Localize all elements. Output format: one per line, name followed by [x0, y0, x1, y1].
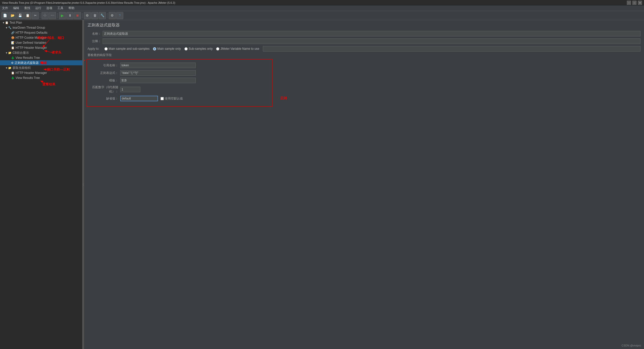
- tree-item-user-vars[interactable]: 📝 User Defined Variables: [0, 40, 82, 45]
- template-input[interactable]: [120, 78, 196, 83]
- save-button[interactable]: 💾: [17, 12, 24, 19]
- open-button[interactable]: 📂: [9, 12, 16, 19]
- toolbar-separator-2: [57, 13, 58, 18]
- teardown-icon: 🔧: [8, 26, 12, 29]
- jmeter-var-input[interactable]: [263, 46, 640, 52]
- apply-to-label: Apply to:: [88, 47, 99, 51]
- tree-item-view-results-2[interactable]: 🌲 View Results Tree: [0, 75, 82, 80]
- default-row: 缺省值： 使用空默认值: [90, 96, 269, 101]
- tree-item-header-manager-1[interactable]: 📋 HTTP Header Manager: [0, 45, 82, 50]
- view-results-icon-1: 🌲: [11, 56, 15, 60]
- radio-sub-only[interactable]: [184, 47, 188, 51]
- stop-button[interactable]: ⏹: [74, 12, 81, 19]
- config-button[interactable]: ⚙: [109, 12, 116, 19]
- tree-item-http-defaults[interactable]: 🔗 HTTP Request Defaults: [0, 30, 82, 35]
- tree-item-header-manager-2[interactable]: 📋 HTTP Header Manager: [0, 70, 82, 75]
- expand-icon[interactable]: ▼: [5, 52, 8, 54]
- pause-button[interactable]: ⏸: [66, 12, 73, 19]
- radio-jmeter-var[interactable]: [216, 47, 219, 51]
- clear-button[interactable]: 🗑: [91, 12, 98, 19]
- menu-run[interactable]: 运行: [34, 6, 42, 11]
- header-icon-1: 📋: [11, 46, 15, 49]
- default-input[interactable]: [120, 96, 158, 101]
- expand-icon[interactable]: ▼: [5, 26, 8, 29]
- expand-icon[interactable]: ▼: [5, 67, 8, 69]
- close-button[interactable]: ✕: [638, 1, 642, 5]
- menu-edit[interactable]: 编辑: [12, 6, 20, 11]
- tree-item-teardown[interactable]: ▼ 🔧 tearDown Thread Group: [0, 25, 82, 30]
- tree-item-label: tearDown Thread Group: [13, 26, 45, 29]
- default-value-row: 使用空默认值: [120, 96, 183, 101]
- default-label: 缺省值：: [90, 96, 120, 101]
- menu-find[interactable]: 查找: [23, 6, 31, 11]
- expand-icon[interactable]: ▼: [2, 21, 5, 24]
- template-label: 模板：: [90, 78, 120, 83]
- menu-file[interactable]: 文件: [1, 6, 9, 11]
- tree-item-test-plan[interactable]: ▼ 📋 Test Plan: [0, 20, 82, 25]
- remote-button[interactable]: 🔧: [99, 12, 106, 19]
- tree-item-cookie-manager[interactable]: 🍪 HTTP Cookie Manager: [0, 35, 82, 40]
- match-no-label: 匹配数字（0代表随机）：: [90, 85, 120, 94]
- window-title: View Results Tree.jmx (D:\Program Files\…: [2, 1, 175, 4]
- tree-item-get-org[interactable]: ▼ 📁 获取当前组织: [0, 65, 82, 70]
- regex-label: 正则表达式：: [90, 71, 120, 75]
- use-default-checkbox[interactable]: [160, 97, 164, 100]
- apply-main-only[interactable]: Main sample only: [153, 47, 181, 51]
- help-button[interactable]: ?: [116, 12, 123, 19]
- svg-line-5: [84, 60, 85, 69]
- apply-main-sub-label: Main sample and sub-samples: [109, 47, 150, 51]
- new-button[interactable]: 📄: [2, 12, 9, 19]
- annotation-view: 查看结果: [42, 82, 55, 87]
- cut-button[interactable]: ✂: [32, 12, 39, 19]
- cb-group-icon: 📁: [8, 51, 12, 55]
- add-button[interactable]: ➕: [42, 12, 49, 19]
- comment-input[interactable]: [103, 38, 640, 44]
- tree-item-regex-extractor[interactable]: ⚙ 正则表达式提取器: [0, 60, 82, 65]
- left-panel: ▼ 📋 Test Plan ▼ 🔧 tearDown Thread Group …: [0, 20, 83, 349]
- annotation-regex: 正则: [280, 96, 287, 101]
- use-default-label[interactable]: 使用空默认值: [160, 96, 183, 101]
- tree-item-label: HTTP Header Manager: [16, 46, 47, 49]
- apply-jmeter-var[interactable]: JMeter Variable Name to use: [216, 47, 259, 51]
- apply-sub-only[interactable]: Sub-samples only: [184, 47, 213, 51]
- tree-item-label: 获取当前组织: [13, 66, 31, 70]
- apply-to-row: Apply to: Main sample and sub-samples Ma…: [88, 46, 640, 52]
- radio-main-sub[interactable]: [104, 47, 108, 51]
- window-controls[interactable]: ─ □ ✕: [627, 1, 642, 5]
- title-bar: View Results Tree.jmx (D:\Program Files\…: [0, 0, 644, 6]
- menu-options[interactable]: 选项: [45, 6, 53, 11]
- header-icon-2: 📋: [11, 71, 15, 75]
- field-label: 要检查的响应字段: [88, 53, 640, 57]
- minimize-button[interactable]: ─: [627, 1, 631, 5]
- tree-item-cb-group[interactable]: ▼ 📁 CB前台显示: [0, 50, 82, 55]
- ref-name-input[interactable]: [120, 63, 196, 68]
- menu-tools[interactable]: 工具: [56, 6, 64, 11]
- tree-item-label: Test Plan: [10, 21, 22, 24]
- comment-label: 注释：: [88, 39, 103, 43]
- regex-icon: ⚙: [11, 61, 14, 65]
- ref-name-label: 引用名称：: [90, 63, 120, 68]
- apply-main-sub[interactable]: Main sample and sub-samples: [104, 47, 150, 51]
- main-layout: ▼ 📋 Test Plan ▼ 🔧 tearDown Thread Group …: [0, 20, 644, 349]
- match-no-input[interactable]: [120, 87, 140, 92]
- name-input[interactable]: [103, 31, 640, 36]
- run-button[interactable]: ▶: [59, 12, 66, 19]
- tree-item-label: View Results Tree: [16, 76, 40, 80]
- remove-button[interactable]: ➖: [49, 12, 56, 19]
- ref-name-row: 引用名称：: [90, 63, 269, 68]
- get-org-icon: 📁: [8, 66, 12, 70]
- radio-main-only[interactable]: [153, 47, 156, 51]
- view-results-icon-2: 🌲: [11, 76, 15, 80]
- test-plan-icon: 📋: [5, 21, 9, 24]
- tree-item-view-results-1[interactable]: 🌲 View Results Tree: [0, 55, 82, 60]
- toolbar: 📄 📂 💾 📋 ✂ ➕ ➖ ▶ ⏸ ⏹ ⚙ 🗑 🔧 ⚙ ?: [0, 11, 644, 20]
- tree-item-label: CB前台显示: [13, 51, 29, 55]
- regex-input[interactable]: [120, 70, 196, 76]
- settings-button[interactable]: ⚙: [84, 12, 91, 19]
- toolbar-separator-4: [107, 13, 107, 18]
- save-as-button[interactable]: 📋: [24, 12, 31, 19]
- menu-help[interactable]: 帮助: [67, 6, 75, 11]
- restore-button[interactable]: □: [632, 1, 636, 5]
- tree-item-label: View Results Tree: [16, 56, 40, 60]
- tree-item-label: User Defined Variables: [16, 41, 47, 44]
